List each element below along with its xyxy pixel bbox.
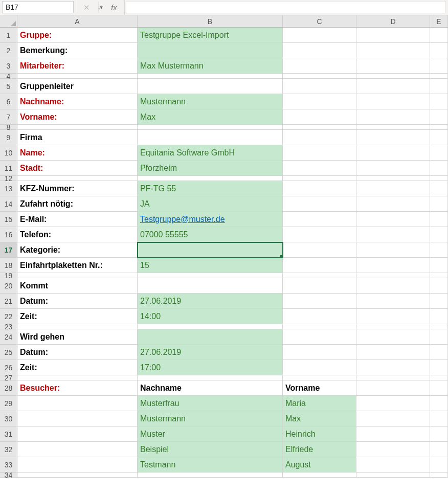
cell-B4[interactable] bbox=[138, 74, 283, 79]
cell-D4[interactable] bbox=[356, 74, 430, 79]
cell-A28[interactable]: Besucher: bbox=[17, 380, 138, 396]
row-header-10[interactable]: 10 bbox=[0, 145, 17, 161]
cell-C32[interactable]: Elfriede bbox=[283, 442, 356, 457]
cell-E19[interactable] bbox=[430, 273, 448, 278]
cell-C19[interactable] bbox=[283, 273, 356, 278]
cell-A24[interactable]: Wird gehen bbox=[17, 329, 138, 345]
cell-A23[interactable] bbox=[17, 324, 138, 329]
cell-A32[interactable] bbox=[17, 442, 138, 457]
row-header-29[interactable]: 29 bbox=[0, 396, 17, 411]
cell-A34[interactable] bbox=[17, 473, 138, 478]
cell-A29[interactable] bbox=[17, 396, 138, 411]
row-header-21[interactable]: 21 bbox=[0, 294, 17, 309]
cell-A8[interactable] bbox=[17, 125, 138, 130]
cell-D12[interactable] bbox=[356, 176, 430, 181]
cell-A14[interactable]: Zufahrt nötig: bbox=[17, 196, 138, 212]
cell-C13[interactable] bbox=[283, 181, 356, 196]
cell-E18[interactable] bbox=[430, 258, 448, 273]
cell-E15[interactable] bbox=[430, 212, 448, 227]
row-header-18[interactable]: 18 bbox=[0, 258, 17, 273]
cell-B6[interactable]: Mustermann bbox=[138, 94, 283, 109]
cell-C2[interactable] bbox=[283, 43, 356, 58]
cell-C18[interactable] bbox=[283, 258, 356, 273]
cell-C8[interactable] bbox=[283, 125, 356, 130]
row-header-14[interactable]: 14 bbox=[0, 196, 17, 212]
cell-D1[interactable] bbox=[356, 28, 430, 43]
cell-D34[interactable] bbox=[356, 473, 430, 478]
cell-E23[interactable] bbox=[430, 324, 448, 329]
cell-B12[interactable] bbox=[138, 176, 283, 181]
row-header-8[interactable]: 8 bbox=[0, 125, 17, 130]
cell-A19[interactable] bbox=[17, 273, 138, 278]
cell-B14[interactable]: JA bbox=[138, 196, 283, 212]
cell-B28[interactable]: Nachname bbox=[138, 380, 283, 396]
column-header-D[interactable]: D bbox=[356, 15, 430, 28]
row-header-25[interactable]: 25 bbox=[0, 345, 17, 360]
row-header-16[interactable]: 16 bbox=[0, 227, 17, 242]
cell-C28[interactable]: Vorname bbox=[283, 380, 356, 396]
cell-D17[interactable] bbox=[356, 242, 430, 258]
cell-B5[interactable] bbox=[138, 79, 283, 94]
cell-A20[interactable]: Kommt bbox=[17, 278, 138, 294]
row-header-6[interactable]: 6 bbox=[0, 94, 17, 109]
row-header-1[interactable]: 1 bbox=[0, 28, 17, 43]
cell-E30[interactable] bbox=[430, 411, 448, 426]
cell-A4[interactable] bbox=[17, 74, 138, 79]
cell-A17[interactable]: Kategorie: bbox=[17, 242, 138, 258]
cell-C29[interactable]: Maria bbox=[283, 396, 356, 411]
cell-D26[interactable] bbox=[356, 360, 430, 375]
cell-B16[interactable]: 07000 55555 bbox=[138, 227, 283, 242]
cell-E27[interactable] bbox=[430, 375, 448, 380]
cell-C3[interactable] bbox=[283, 58, 356, 74]
cell-B19[interactable] bbox=[138, 273, 283, 278]
cell-E6[interactable] bbox=[430, 94, 448, 109]
row-header-7[interactable]: 7 bbox=[0, 109, 17, 125]
row-header-12[interactable]: 12 bbox=[0, 176, 17, 181]
cell-B7[interactable]: Max bbox=[138, 109, 283, 125]
cell-E12[interactable] bbox=[430, 176, 448, 181]
cell-A6[interactable]: Nachname: bbox=[17, 94, 138, 109]
row-header-27[interactable]: 27 bbox=[0, 375, 17, 380]
row-header-19[interactable]: 19 bbox=[0, 273, 17, 278]
cell-E20[interactable] bbox=[430, 278, 448, 294]
cell-B11[interactable]: Pforzheim bbox=[138, 161, 283, 176]
cell-C1[interactable] bbox=[283, 28, 356, 43]
cell-E17[interactable] bbox=[430, 242, 448, 258]
row-header-23[interactable]: 23 bbox=[0, 324, 17, 329]
cell-D15[interactable] bbox=[356, 212, 430, 227]
cell-A7[interactable]: Vorname: bbox=[17, 109, 138, 125]
cell-D30[interactable] bbox=[356, 411, 430, 426]
cell-C16[interactable] bbox=[283, 227, 356, 242]
column-header-E[interactable]: E bbox=[430, 15, 448, 28]
cell-A30[interactable] bbox=[17, 411, 138, 426]
cell-E4[interactable] bbox=[430, 74, 448, 79]
cell-C7[interactable] bbox=[283, 109, 356, 125]
column-header-C[interactable]: C bbox=[283, 15, 356, 28]
cell-C14[interactable] bbox=[283, 196, 356, 212]
cell-D27[interactable] bbox=[356, 375, 430, 380]
cell-E32[interactable] bbox=[430, 442, 448, 457]
cell-E8[interactable] bbox=[430, 125, 448, 130]
row-header-31[interactable]: 31 bbox=[0, 426, 17, 442]
formula-input[interactable] bbox=[126, 1, 446, 13]
row-header-15[interactable]: 15 bbox=[0, 212, 17, 227]
cell-B30[interactable]: Mustermann bbox=[138, 411, 283, 426]
cell-D25[interactable] bbox=[356, 345, 430, 360]
cell-D2[interactable] bbox=[356, 43, 430, 58]
row-header-5[interactable]: 5 bbox=[0, 79, 17, 94]
spreadsheet-grid[interactable]: ABCDE1Gruppe:Testgruppe Excel-Import2Bem… bbox=[0, 15, 448, 478]
cell-B31[interactable]: Muster bbox=[138, 426, 283, 442]
cell-A33[interactable] bbox=[17, 457, 138, 473]
row-header-34[interactable]: 34 bbox=[0, 473, 17, 478]
row-header-2[interactable]: 2 bbox=[0, 43, 17, 58]
cell-A1[interactable]: Gruppe: bbox=[17, 28, 138, 43]
cell-C4[interactable] bbox=[283, 74, 356, 79]
cell-D29[interactable] bbox=[356, 396, 430, 411]
cell-C11[interactable] bbox=[283, 161, 356, 176]
cell-A25[interactable]: Datum: bbox=[17, 345, 138, 360]
cell-C6[interactable] bbox=[283, 94, 356, 109]
cell-C12[interactable] bbox=[283, 176, 356, 181]
row-header-24[interactable]: 24 bbox=[0, 329, 17, 345]
cell-A16[interactable]: Telefon: bbox=[17, 227, 138, 242]
row-header-13[interactable]: 13 bbox=[0, 181, 17, 196]
